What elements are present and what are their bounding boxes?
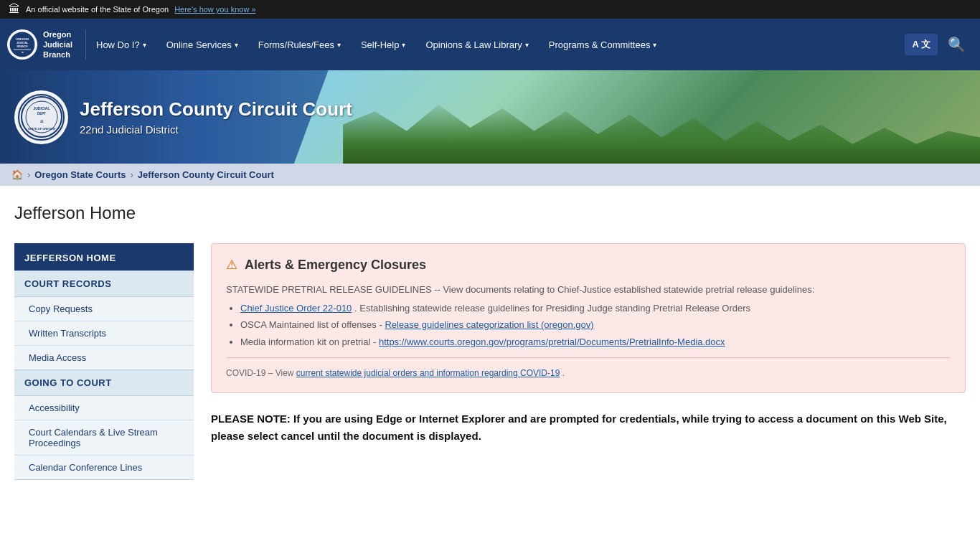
sidebar: JEFFERSON HOME COURT RECORDS Copy Reques… [14, 243, 194, 480]
main-navigation: OREGON JUDICIAL BRANCH ⚖ Oregon Judicial… [0, 19, 980, 70]
court-district-subtitle: 22nd Judicial District [80, 123, 352, 136]
svg-text:⚖: ⚖ [22, 51, 24, 54]
alert-list-item-1: Chief Justice Order 22-010 . Establishin… [240, 301, 951, 316]
breadcrumb-oregon-state-courts[interactable]: Oregon State Courts [34, 169, 126, 180]
content-layout: JEFFERSON HOME COURT RECORDS Copy Reques… [14, 243, 966, 480]
logo-text: Oregon Judicial Branch [43, 29, 72, 60]
sidebar-item-media-access[interactable]: Media Access [14, 346, 194, 369]
breadcrumb-separator: › [27, 169, 30, 180]
sidebar-item-copy-requests[interactable]: Copy Requests [14, 297, 194, 321]
sidebar-item-written-transcripts[interactable]: Written Transcripts [14, 321, 194, 346]
pretrial-label: STATEWIDE PRETRIAL RELEASE GUIDELINES --… [226, 283, 951, 297]
logo-area[interactable]: OREGON JUDICIAL BRANCH ⚖ Oregon Judicial… [7, 29, 86, 60]
main-content: Jefferson Home JEFFERSON HOME COURT RECO… [0, 186, 980, 497]
nav-items: How Do I? ▾ Online Services ▾ Forms/Rule… [86, 19, 905, 70]
nav-programs-committees[interactable]: Programs & Committees ▾ [539, 19, 667, 70]
hero-banner: JUDICIAL DEPT ⚖ STATE OF OREGON Jefferso… [0, 70, 980, 164]
sidebar-section-going-to-court[interactable]: GOING TO COURT [14, 370, 194, 396]
alert-links-list: Chief Justice Order 22-010 . Establishin… [240, 301, 951, 349]
main-area: ⚠ Alerts & Emergency Closures STATEWIDE … [194, 243, 966, 480]
svg-point-6 [22, 97, 62, 137]
svg-text:JUDICIAL: JUDICIAL [33, 106, 50, 110]
svg-text:JUDICIAL: JUDICIAL [17, 42, 29, 44]
release-guidelines-link[interactable]: Release guidelines categorization list (… [385, 319, 593, 330]
sidebar-section-jefferson-home[interactable]: JEFFERSON HOME [14, 245, 194, 271]
nav-opinions-law-library[interactable]: Opinions & Law Library ▾ [415, 19, 538, 70]
search-button[interactable]: 🔍 [941, 30, 973, 59]
svg-text:STATE OF OREGON: STATE OF OREGON [27, 127, 55, 131]
alert-body: STATEWIDE PRETRIAL RELEASE GUIDELINES --… [226, 283, 951, 380]
chevron-down-icon: ▾ [653, 41, 656, 49]
osca-prefix: OSCA Maintained list of offenses - [240, 319, 385, 330]
chevron-down-icon: ▾ [143, 41, 146, 49]
svg-text:BRANCH: BRANCH [17, 45, 28, 48]
nav-forms-rules-fees[interactable]: Forms/Rules/Fees ▾ [248, 19, 351, 70]
covid-link[interactable]: current statewide judicial orders and in… [296, 368, 560, 378]
chevron-down-icon: ▾ [525, 41, 529, 49]
sidebar-item-accessibility[interactable]: Accessibility [14, 396, 194, 420]
alert-list-item-3: Media information kit on pretrial - http… [240, 335, 951, 349]
top-bar: 🏛 An official website of the State of Or… [0, 0, 980, 19]
official-website-text: An official website of the State of Oreg… [26, 5, 169, 14]
breadcrumb-separator-2: › [130, 169, 133, 180]
chevron-down-icon: ▾ [337, 41, 341, 49]
search-icon: 🔍 [948, 37, 966, 52]
logo-seal: OREGON JUDICIAL BRANCH ⚖ [7, 29, 37, 60]
sidebar-item-court-calendars[interactable]: Court Calendars & Live Stream Proceeding… [14, 420, 194, 456]
sidebar-going-to-court-items: Accessibility Court Calendars & Live Str… [14, 396, 194, 480]
page-title: Jefferson Home [14, 203, 966, 229]
sidebar-court-records-items: Copy Requests Written Transcripts Media … [14, 297, 194, 370]
court-seal: JUDICIAL DEPT ⚖ STATE OF OREGON [14, 90, 68, 144]
covid-text: COVID-19 – View current statewide judici… [226, 367, 951, 380]
how-you-know-link[interactable]: Here's how you know » [174, 5, 255, 14]
nav-online-services[interactable]: Online Services ▾ [156, 19, 248, 70]
language-button[interactable]: A 文 [905, 34, 938, 55]
chevron-down-icon: ▾ [235, 41, 238, 49]
alert-divider [226, 357, 951, 358]
chief-justice-order-suffix: . Establishing statewide release guideli… [354, 303, 750, 314]
court-name-heading: Jefferson County Circuit Court [80, 98, 352, 121]
warning-icon: ⚠ [226, 257, 237, 273]
pretrial-media-link[interactable]: https://www.courts.oregon.gov/programs/p… [379, 336, 725, 347]
alert-header: ⚠ Alerts & Emergency Closures [226, 257, 951, 273]
ojb-logo-icon: OREGON JUDICIAL BRANCH ⚖ [8, 30, 37, 59]
home-icon[interactable]: 🏠 [11, 169, 23, 180]
svg-text:OREGON: OREGON [16, 37, 29, 41]
alert-box: ⚠ Alerts & Emergency Closures STATEWIDE … [211, 243, 966, 393]
nav-self-help[interactable]: Self-Help ▾ [351, 19, 415, 70]
hero-content: JUDICIAL DEPT ⚖ STATE OF OREGON Jefferso… [0, 70, 367, 164]
alert-list-item-2: OSCA Maintained list of offenses - Relea… [240, 318, 951, 332]
flag-icon: 🏛 [9, 3, 20, 16]
nav-right-controls: A 文 🔍 [905, 30, 973, 59]
chief-justice-order-link[interactable]: Chief Justice Order 22-010 [240, 303, 352, 314]
chevron-down-icon: ▾ [402, 41, 405, 49]
sidebar-section-court-records[interactable]: COURT RECORDS [14, 271, 194, 297]
alert-title: Alerts & Emergency Closures [245, 258, 426, 273]
court-seal-inner: JUDICIAL DEPT ⚖ STATE OF OREGON [18, 94, 65, 141]
media-kit-prefix: Media information kit on pretrial - [240, 336, 379, 347]
nav-how-do-i[interactable]: How Do I? ▾ [86, 19, 156, 70]
hero-text-group: Jefferson County Circuit Court 22nd Judi… [80, 98, 352, 136]
breadcrumb: 🏠 › Oregon State Courts › Jefferson Coun… [0, 164, 980, 186]
note-box: PLEASE NOTE: If you are using Edge or In… [211, 410, 966, 445]
breadcrumb-jefferson-county[interactable]: Jefferson County Circuit Court [138, 169, 274, 180]
svg-text:DEPT: DEPT [37, 112, 45, 116]
sidebar-item-calendar-conference-lines[interactable]: Calendar Conference Lines [14, 456, 194, 479]
svg-text:⚖: ⚖ [40, 119, 44, 123]
